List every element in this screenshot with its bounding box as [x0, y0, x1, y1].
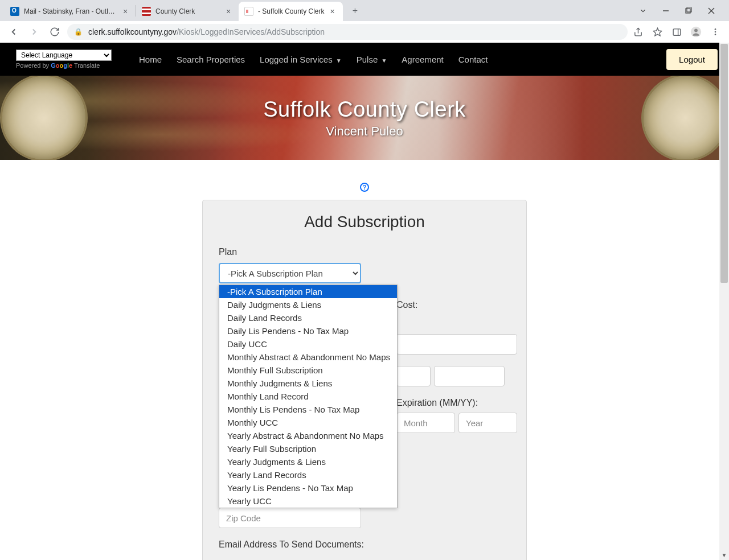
- close-icon[interactable]: ×: [121, 7, 130, 16]
- plan-option[interactable]: Monthly Lis Pendens - No Tax Map: [219, 403, 397, 416]
- tab-title: - Suffolk County Clerk: [258, 7, 325, 15]
- misc-input-2[interactable]: [434, 366, 505, 386]
- logout-button[interactable]: Logout: [666, 49, 718, 70]
- plan-option[interactable]: Yearly Land Records: [219, 468, 397, 481]
- close-icon[interactable]: ×: [328, 7, 337, 16]
- help-icon[interactable]: ?: [360, 183, 369, 192]
- banner: Suffolk County Clerk Vincent Puleo: [0, 76, 729, 160]
- maximize-button[interactable]: [682, 5, 695, 17]
- plan-option[interactable]: -Pick A Subscription Plan: [219, 285, 397, 298]
- svg-point-13: [715, 34, 716, 35]
- content-area: ? Add Subscription Plan -Pick A Subscrip…: [0, 160, 729, 560]
- tab-suffolk-clerk[interactable]: - Suffolk County Clerk ×: [239, 2, 343, 21]
- minimize-button[interactable]: [660, 5, 672, 17]
- plan-option[interactable]: Daily Judgments & Liens: [219, 298, 397, 311]
- plan-dropdown-list: -Pick A Subscription Plan Daily Judgment…: [219, 285, 398, 508]
- scrollbar-thumb[interactable]: [720, 44, 728, 283]
- close-icon[interactable]: ×: [224, 7, 233, 16]
- nav-search-properties[interactable]: Search Properties: [177, 55, 245, 64]
- plan-option[interactable]: Daily Lis Pendens - No Tax Map: [219, 324, 397, 337]
- svg-rect-1: [686, 9, 690, 13]
- window-controls: [637, 5, 724, 17]
- plan-option[interactable]: Yearly UCC: [219, 495, 397, 508]
- plan-option[interactable]: Monthly Judgments & Liens: [219, 377, 397, 390]
- plan-option[interactable]: Monthly Land Record: [219, 390, 397, 403]
- email-label: Email Address To Send Documents:: [219, 540, 510, 550]
- expiration-month-input[interactable]: [396, 413, 455, 433]
- right-column: Cost: Expiration (MM/YY):: [396, 300, 522, 444]
- plan-option[interactable]: Yearly Abstract & Abandonment No Maps: [219, 429, 397, 442]
- county-seal-left: [0, 76, 88, 160]
- reload-button[interactable]: [47, 24, 63, 40]
- page-content: Select Language Powered by Google Transl…: [0, 43, 729, 560]
- plan-option[interactable]: Yearly Judgments & Liens: [219, 455, 397, 468]
- svg-point-11: [715, 28, 716, 30]
- misc-input-1[interactable]: [396, 366, 431, 386]
- plan-option[interactable]: Monthly UCC: [219, 416, 397, 429]
- side-panel-icon[interactable]: [671, 26, 682, 38]
- site-title: Suffolk County Clerk: [263, 97, 466, 122]
- scroll-down-icon[interactable]: ▼: [719, 550, 729, 560]
- address-bar-icons: [632, 26, 723, 38]
- plan-option[interactable]: Daily Land Records: [219, 311, 397, 324]
- address-bar: 🔒 clerk.suffolkcountyny.gov/Kiosk/Logged…: [0, 21, 729, 43]
- browser-chrome: Mail - Stabinsky, Fran - Outlook × Count…: [0, 0, 729, 43]
- new-tab-button[interactable]: +: [347, 3, 363, 19]
- lock-icon: 🔒: [74, 28, 83, 36]
- google-logo: Google: [51, 62, 72, 69]
- url-domain: clerk.suffolkcountyny.gov: [88, 27, 177, 36]
- chevron-down-icon[interactable]: [637, 5, 649, 17]
- plan-option[interactable]: Monthly Full Subscription: [219, 364, 397, 377]
- language-block: Select Language Powered by Google Transl…: [16, 50, 112, 69]
- tab-title: Mail - Stabinsky, Fran - Outlook: [24, 7, 117, 15]
- nav-agreement[interactable]: Agreement: [402, 55, 443, 64]
- svg-rect-7: [673, 28, 681, 35]
- plan-option[interactable]: Daily UCC: [219, 337, 397, 351]
- plan-select[interactable]: -Pick A Subscription Plan: [219, 263, 361, 283]
- tab-title: County Clerk: [155, 7, 220, 15]
- svg-marker-6: [653, 28, 661, 35]
- url-path: /Kiosk/LoggedInServices/AddSubscription: [177, 27, 325, 36]
- cost-label: Cost:: [396, 300, 522, 310]
- bookmark-icon[interactable]: [652, 26, 663, 38]
- flag-icon: [142, 7, 151, 16]
- nav-contact[interactable]: Contact: [458, 55, 488, 64]
- plan-label: Plan: [219, 247, 510, 257]
- outlook-icon: [10, 7, 19, 16]
- plan-option[interactable]: Monthly Abstract & Abandonment No Maps: [219, 351, 397, 364]
- expiration-year-input[interactable]: [458, 413, 517, 433]
- site-nav: Select Language Powered by Google Transl…: [0, 43, 729, 76]
- tab-bar: Mail - Stabinsky, Fran - Outlook × Count…: [0, 0, 729, 21]
- url-bar[interactable]: 🔒 clerk.suffolkcountyny.gov/Kiosk/Logged…: [67, 24, 628, 40]
- subscription-card: Add Subscription Plan -Pick A Subscripti…: [202, 200, 527, 560]
- svg-point-12: [715, 31, 716, 33]
- nav-pulse[interactable]: Pulse ▼: [357, 55, 387, 64]
- scrollbar[interactable]: ▲ ▼: [719, 43, 729, 560]
- banner-title: Suffolk County Clerk Vincent Puleo: [263, 97, 466, 139]
- expiration-label: Expiration (MM/YY):: [396, 398, 522, 408]
- back-button[interactable]: [6, 24, 22, 40]
- forward-button[interactable]: [26, 24, 42, 40]
- powered-by-text: Powered by Google Translate: [16, 62, 112, 69]
- close-window-button[interactable]: [705, 5, 718, 17]
- county-seal-right: [641, 76, 729, 160]
- nav-logged-in-services[interactable]: Logged in Services ▼: [260, 55, 342, 64]
- language-select[interactable]: Select Language: [16, 50, 112, 61]
- zip-code-input[interactable]: [219, 508, 361, 528]
- nav-home[interactable]: Home: [139, 55, 162, 64]
- card-icon: [244, 7, 253, 16]
- site-subtitle: Vincent Puleo: [263, 124, 466, 139]
- form-heading: Add Subscription: [219, 213, 510, 231]
- menu-icon[interactable]: [710, 26, 721, 38]
- share-icon[interactable]: [632, 26, 644, 38]
- profile-icon[interactable]: [690, 26, 702, 38]
- svg-rect-2: [687, 7, 691, 12]
- plan-option[interactable]: Yearly Lis Pendens - No Tax Map: [219, 481, 397, 495]
- tab-county-clerk[interactable]: County Clerk ×: [136, 2, 239, 21]
- nav-links: Home Search Properties Logged in Service…: [139, 55, 488, 64]
- card-input[interactable]: [396, 334, 517, 355]
- tab-outlook[interactable]: Mail - Stabinsky, Fran - Outlook ×: [5, 2, 136, 21]
- plan-option[interactable]: Yearly Full Subscription: [219, 442, 397, 455]
- svg-point-10: [694, 29, 698, 32]
